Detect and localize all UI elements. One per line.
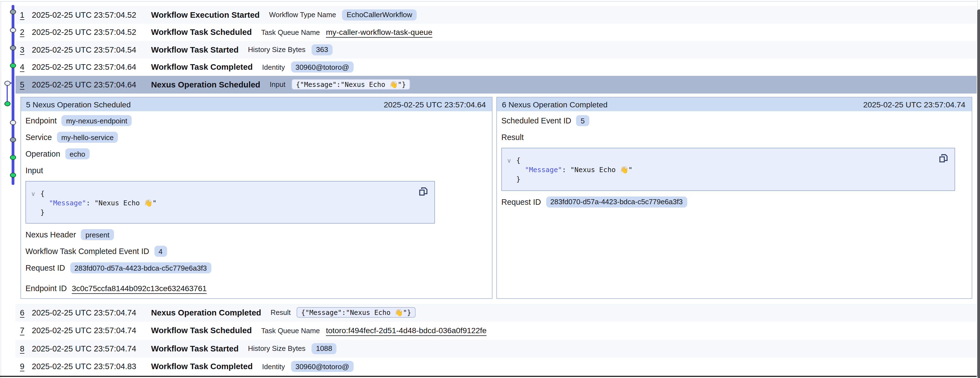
event-attr-label: Identity: [262, 362, 285, 371]
event-attr-label: Input: [270, 81, 286, 89]
field-endpoint: Endpoint my-nexus-endpoint: [25, 115, 487, 127]
timeline-dot-5[interactable]: [4, 81, 10, 86]
event-name: Workflow Task Completed: [151, 362, 253, 371]
field-value-badge: my-hello-service: [57, 132, 118, 143]
event-attr-label: History Size Bytes: [248, 46, 305, 54]
event-id-link[interactable]: 4: [20, 63, 32, 72]
json-value: "Nexus Echo 👋": [570, 166, 633, 174]
json-open-brace: {: [40, 189, 426, 198]
timeline-dot-8[interactable]: [10, 137, 16, 142]
field-value-badge: my-nexus-endpoint: [62, 115, 132, 126]
event-attr-badge: 30960@totoro@: [291, 361, 353, 372]
event-id-link[interactable]: 3: [20, 45, 32, 54]
collapse-chevron-icon[interactable]: ∨: [507, 158, 511, 164]
event-list-top: 1 2025-02-25 UTC 23:57:04.52 Workflow Ex…: [15, 6, 977, 93]
event-payload-badge: {"Message":"Nexus Echo 👋"}: [297, 308, 415, 318]
event-row-7[interactable]: 7 2025-02-25 UTC 23:57:04.74 Workflow Ta…: [15, 322, 977, 340]
field-label: Service: [25, 133, 52, 142]
event-id-link[interactable]: 1: [20, 11, 32, 19]
json-colon: :: [86, 199, 94, 207]
field-label: Endpoint: [25, 116, 57, 125]
detail-card-timestamp: 2025-02-25 UTC 23:57:04.74: [863, 100, 965, 109]
json-close-brace: }: [516, 174, 947, 184]
field-label: Operation: [25, 150, 60, 158]
event-attr-label: Task Queue Name: [261, 28, 320, 37]
event-id-link[interactable]: 9: [20, 362, 32, 371]
event-row-5-selected[interactable]: 5 2025-02-25 UTC 23:57:04.64 Nexus Opera…: [15, 76, 977, 93]
event-id-link[interactable]: 6: [20, 308, 32, 317]
field-label: Input: [25, 166, 43, 175]
event-attr-label: Workflow Type Name: [269, 11, 336, 19]
json-line: "Message": "Nexus Echo 👋": [516, 165, 947, 174]
event-row-4[interactable]: 4 2025-02-25 UTC 23:57:04.64 Workflow Ta…: [15, 58, 977, 76]
field-label: Scheduled Event ID: [501, 116, 571, 125]
event-name: Nexus Operation Scheduled: [151, 80, 260, 89]
top-divider: [0, 1, 977, 2]
field-value-badge: present: [81, 229, 114, 240]
event-timestamp: 2025-02-25 UTC 23:57:04.74: [32, 308, 151, 317]
event-row-2[interactable]: 2 2025-02-25 UTC 23:57:04.52 Workflow Ta…: [15, 24, 977, 41]
event-row-3[interactable]: 3 2025-02-25 UTC 23:57:04.54 Workflow Ta…: [15, 41, 977, 58]
detail-card-timestamp: 2025-02-25 UTC 23:57:04.64: [384, 100, 486, 109]
event-attr-badge: 363: [312, 44, 332, 55]
field-nexus-header: Nexus Header present: [25, 228, 487, 241]
event-attr-badge: 1088: [312, 343, 337, 354]
event-id-link[interactable]: 2: [20, 28, 32, 37]
field-value-badge: 4: [154, 246, 167, 257]
scrollbar-track[interactable]: [977, 0, 980, 378]
detail-card-title: 5 Nexus Operation Scheduled: [26, 100, 131, 109]
event-timestamp: 2025-02-25 UTC 23:57:04.74: [32, 344, 151, 353]
json-colon: :: [562, 166, 570, 174]
left-divider: [0, 1, 1, 378]
event-detail-panels: 5 Nexus Operation Scheduled 2025-02-25 U…: [20, 97, 972, 299]
field-request-id: Request ID 283fd070-d57a-4423-bdca-c5c77…: [25, 262, 487, 274]
event-timestamp: 2025-02-25 UTC 23:57:04.54: [32, 45, 151, 54]
task-queue-link[interactable]: totoro:f494fecf-2d51-4d48-bdcd-036a0f912…: [326, 326, 487, 335]
copy-button[interactable]: [939, 153, 948, 163]
event-row-8[interactable]: 8 2025-02-25 UTC 23:57:04.74 Workflow Ta…: [15, 340, 977, 357]
detail-card-header: 6 Nexus Operation Completed 2025-02-25 U…: [496, 97, 971, 111]
scrollbar-thumb[interactable]: [977, 10, 980, 378]
event-id-link[interactable]: 7: [20, 326, 32, 335]
task-queue-link[interactable]: my-caller-workflow-task-queue: [326, 28, 433, 37]
detail-card-nexus-scheduled: 5 Nexus Operation Scheduled 2025-02-25 U…: [20, 97, 493, 299]
json-open-brace: {: [516, 156, 947, 165]
field-value-badge: 283fd070-d57a-4423-bdca-c5c779e6a3f3: [546, 196, 687, 207]
event-id-link[interactable]: 8: [20, 344, 32, 353]
field-value-badge: 5: [576, 115, 589, 126]
field-request-id: Request ID 283fd070-d57a-4423-bdca-c5c77…: [501, 196, 966, 208]
event-row-9[interactable]: 9 2025-02-25 UTC 23:57:04.83 Workflow Ta…: [15, 357, 977, 375]
event-row-6[interactable]: 6 2025-02-25 UTC 23:57:04.74 Nexus Opera…: [15, 303, 977, 322]
timeline-dot-6[interactable]: [4, 101, 10, 106]
event-name: Workflow Task Completed: [151, 63, 253, 72]
json-close-brace: }: [40, 207, 426, 217]
json-key: "Message": [525, 166, 562, 174]
field-label: Request ID: [25, 263, 65, 272]
event-attr-label: Result: [270, 309, 291, 317]
endpoint-id-link[interactable]: 3c0c75ccfa8144b092c13ce632463761: [72, 284, 207, 293]
field-input: Input: [25, 164, 487, 177]
copy-button[interactable]: [418, 187, 428, 196]
event-name: Workflow Task Started: [151, 344, 239, 353]
field-label: Workflow Task Completed Event ID: [25, 247, 149, 256]
event-name: Workflow Task Scheduled: [151, 326, 252, 335]
timeline-dot-7[interactable]: [10, 120, 16, 125]
field-result: Result: [501, 131, 966, 144]
field-operation: Operation echo: [25, 148, 487, 160]
event-history-view: 1 2025-02-25 UTC 23:57:04.52 Workflow Ex…: [0, 0, 980, 378]
event-name: Nexus Operation Completed: [151, 308, 261, 317]
event-attr-badge: 30960@totoro@: [291, 62, 353, 73]
field-endpoint-id: Endpoint ID 3c0c75ccfa8144b092c13ce63246…: [25, 282, 487, 294]
event-id-link[interactable]: 5: [20, 80, 32, 89]
timeline-dot-10[interactable]: [10, 172, 16, 177]
collapse-chevron-icon[interactable]: ∨: [31, 191, 35, 197]
detail-card-header: 5 Nexus Operation Scheduled 2025-02-25 U…: [21, 97, 492, 111]
timeline-dot-9[interactable]: [10, 155, 16, 160]
event-row-1[interactable]: 1 2025-02-25 UTC 23:57:04.52 Workflow Ex…: [15, 6, 977, 24]
field-service: Service my-hello-service: [25, 131, 487, 144]
event-attr-badge: EchoCallerWorkflow: [342, 10, 417, 21]
event-attr-label: Identity: [262, 63, 285, 72]
detail-card-title: 6 Nexus Operation Completed: [502, 100, 608, 109]
bottom-divider: [0, 375, 977, 376]
event-timestamp: 2025-02-25 UTC 23:57:04.83: [32, 362, 151, 371]
